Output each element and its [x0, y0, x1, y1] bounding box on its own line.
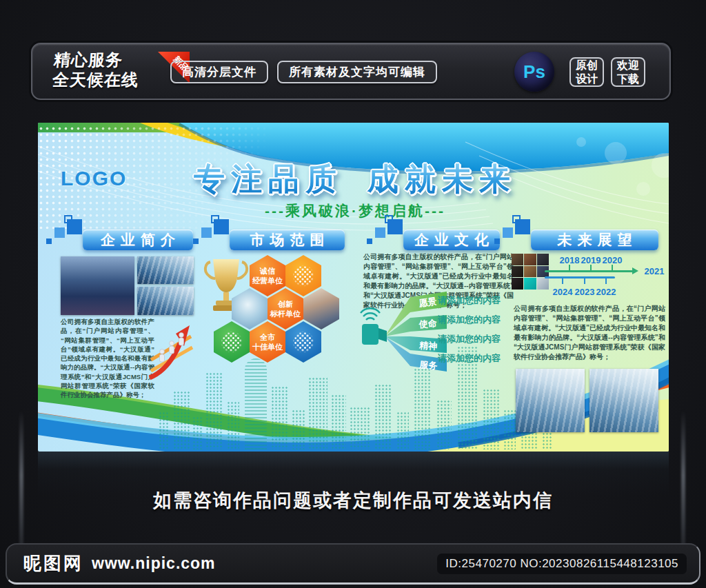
company-logo: LOGO [61, 167, 127, 190]
timeline-tick [605, 278, 607, 284]
welcome-download-line2: 下载 [612, 72, 644, 85]
square-decoration [46, 239, 52, 244]
timeline-arrow [632, 267, 638, 274]
profile-paragraph: 公司拥有多项自主版权的软件产品，在“门户网站内容管理”、“网站集群管理”、“网上… [61, 317, 154, 400]
page: 精心服务 全天候在线 新品 高清分层文件 所有素材及文字均可编辑 Ps 原创 设… [0, 0, 706, 588]
hexagon-label: 标杆单位 [270, 309, 301, 318]
site-logo: 昵图网 [23, 551, 83, 576]
timeline-line-blue [545, 276, 615, 278]
square-decoration [54, 227, 65, 238]
square-decoration [494, 239, 500, 244]
hexagon-label: 诚信 [260, 266, 275, 276]
skyline-tower [245, 358, 267, 449]
skyline-building [414, 368, 432, 449]
slogan-line1: 精心服务 [53, 50, 141, 70]
culture-content-mission: 请添加您的内容 [438, 314, 521, 326]
culture-ribbon-label: 使命 [418, 318, 438, 330]
skyline-building [503, 409, 516, 449]
skyline-building [331, 394, 346, 449]
timeline-tick [584, 278, 585, 284]
hexagon-label: 创新 [278, 299, 293, 309]
skyline-building [292, 409, 305, 449]
square-decoration [214, 219, 229, 234]
poster-preview: LOGO 专注品质成就未来 ---乘风破浪·梦想启航--- 企业简介 市场范围 … [38, 123, 669, 452]
future-photo-2 [589, 369, 658, 432]
welcome-download-line1: 欢迎 [612, 59, 644, 72]
skyline-building [173, 391, 190, 449]
skyline-building [436, 400, 452, 449]
title-right: 成就未来 [367, 161, 516, 196]
square-decoration [503, 227, 513, 238]
hexagon-label: 经营单位 [252, 276, 283, 285]
future-photo-1 [516, 369, 585, 432]
hexagon-label: 全市 [260, 332, 275, 342]
hexagon-label: 十佳单位 [252, 342, 283, 352]
title-left: 专注品质 [194, 161, 343, 196]
section-header-profile: 企业简介 [83, 230, 193, 250]
original-design-line1: 原创 [571, 59, 603, 72]
timeline-tick [569, 265, 570, 270]
growth-arrow-illustration [148, 309, 198, 385]
culture-content-spirit: 请添加您的内容 [438, 333, 521, 345]
culture-content-vision: 请添加您的内容 [438, 294, 521, 307]
square-decoration [67, 219, 82, 234]
skyline-building [205, 372, 223, 449]
skyline-building [159, 412, 170, 449]
poster-subtitle: ---乘风破浪·梦想启航--- [141, 201, 569, 221]
skyline-building [271, 386, 288, 449]
timeline-year: 2022 [591, 287, 621, 297]
original-design-badge[interactable]: 原创 设计 [569, 57, 604, 87]
photoshop-icon: Ps [514, 52, 554, 92]
promo-toolbar: 精心服务 全天候在线 新品 高清分层文件 所有素材及文字均可编辑 Ps 原创 设… [31, 43, 671, 100]
culture-content-service: 请添加您的内容 [438, 352, 521, 365]
square-decoration [515, 219, 530, 234]
profile-photo-tower1 [137, 256, 194, 284]
timeline-year-end: 2021 [639, 266, 669, 276]
timeline-tick [590, 265, 592, 270]
timeline-tick [612, 265, 613, 270]
site-bar: 昵图网 www.nipic.com ID:25470270 NO:2023082… [6, 543, 700, 585]
skyline-building [227, 401, 239, 449]
skyline-building [350, 407, 370, 449]
section-header-market: 市场范围 [230, 230, 345, 250]
mosaic-teal-cell [524, 278, 536, 290]
skyline-building [396, 412, 409, 449]
site-url[interactable]: www.nipic.com [92, 554, 216, 573]
hd-layered-file-button[interactable]: 高清分层文件 [170, 61, 268, 83]
timeline-tick [562, 278, 563, 284]
editable-material-button[interactable]: 所有素材及文字均可编辑 [277, 61, 437, 83]
section-header-future: 未来展望 [531, 230, 658, 250]
square-decoration [367, 239, 372, 244]
profile-photo-city [61, 256, 134, 315]
original-design-line2: 设计 [571, 72, 603, 85]
square-decoration [375, 227, 385, 238]
section-header-culture: 企业文化 [403, 230, 500, 250]
skyline-building [483, 389, 499, 449]
service-slogan: 精心服务 全天候在线 [52, 50, 141, 90]
future-paragraph: 公司拥有多项自主版权的软件产品，在“门户网站内容管理”、“网站集群管理”、“网上… [514, 304, 665, 362]
bezel-highlight-right [681, 410, 685, 555]
image-id-label: ID:25470270 NO:20230826115448123105 [437, 554, 687, 574]
welcome-download-badge[interactable]: 欢迎 下载 [611, 57, 645, 87]
culture-ribbon-label: 服务 [418, 359, 438, 372]
slogan-line2: 全天候在线 [52, 70, 139, 90]
photo-mosaic [512, 254, 549, 290]
bezel-highlight-left [19, 410, 23, 555]
square-decoration [387, 219, 403, 234]
poster-title: 专注品质成就未来 [141, 159, 569, 200]
skyline-building [374, 384, 392, 449]
skyline-building [308, 377, 327, 449]
timeline-line-green [545, 270, 633, 272]
square-decoration [193, 239, 199, 244]
timeline-year: 2020 [597, 255, 627, 265]
square-decoration [201, 227, 212, 238]
culture-ribbon-label: 精神 [418, 340, 438, 351]
skyline-building [192, 416, 202, 449]
contact-note: 如需咨询作品问题或者定制作品可发送站内信 [0, 488, 706, 513]
